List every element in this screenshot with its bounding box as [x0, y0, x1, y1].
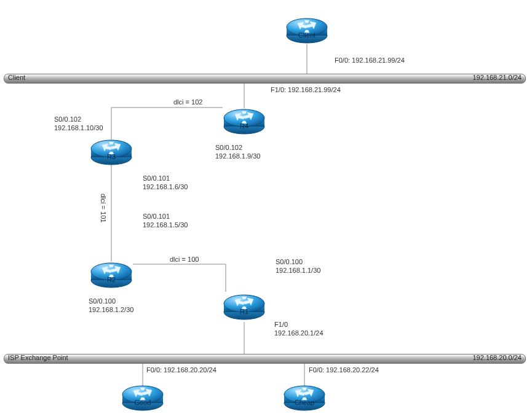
router-r4[interactable]: R4	[223, 106, 266, 138]
label-client-f00: F0/0: 192.168.21.99/24	[335, 57, 405, 65]
router-cheap[interactable]: Cheap	[283, 382, 326, 414]
bus-isp-segment: ISP Exchange Point 192.168.20.0/24	[4, 354, 526, 364]
label-dlci-101: dlci = 101	[98, 194, 107, 222]
label-r1-s00100-a: S0/0.100	[276, 258, 303, 267]
router-r2[interactable]: R2	[90, 259, 133, 291]
label-r4-f10: F1/0: 192.168.21.99/24	[271, 86, 341, 95]
router-client[interactable]: Client	[285, 15, 328, 47]
router-good[interactable]: Good	[121, 382, 164, 414]
label-good-f00: F0/0: 192.168.20.20/24	[146, 366, 216, 375]
label-r4-s00_102-b: 192.168.1.9/30	[215, 152, 260, 161]
label-r1-f10-b: 192.168.20.1/24	[274, 329, 324, 338]
label-r3-s00101-a: S0/0.101	[143, 174, 170, 183]
router-r3[interactable]: R3	[90, 136, 133, 168]
diagram-canvas: Client 192.168.21.0/24 ISP Exchange Poin…	[0, 0, 532, 419]
label-cheap-f00: F0/0: 192.168.20.22/24	[309, 366, 379, 375]
label-r1-f10-a: F1/0	[274, 321, 288, 329]
label-r2-s00100-b: 192.168.1.2/30	[89, 306, 133, 315]
label-dlci-102: dlci = 102	[173, 98, 202, 107]
bus-client-segment: Client 192.168.21.0/24	[4, 74, 526, 84]
bus-isp-subnet: 192.168.20.0/24	[472, 354, 522, 361]
label-r3-s00102-a: S0/0.102	[54, 116, 81, 124]
bus-isp-name: ISP Exchange Point	[8, 354, 68, 361]
label-r2-s00100-a: S0/0.100	[89, 297, 116, 306]
label-r4-s00102-a: S0/0.102	[215, 144, 242, 152]
label-dlci-100: dlci = 100	[170, 256, 199, 264]
label-r3-s00101-b: 192.168.1.6/30	[143, 183, 188, 192]
label-r2-s00101-b: 192.168.1.5/30	[143, 221, 188, 230]
label-r3-s00102-b: 192.168.1.10/30	[54, 124, 103, 133]
bus-client-subnet: 192.168.21.0/24	[472, 74, 522, 81]
router-r1[interactable]: R1	[223, 291, 266, 323]
label-r1-s00100-b: 192.168.1.1/30	[276, 267, 320, 275]
label-r2-s00101-a: S0/0.101	[143, 213, 170, 221]
bus-client-name: Client	[8, 74, 25, 81]
